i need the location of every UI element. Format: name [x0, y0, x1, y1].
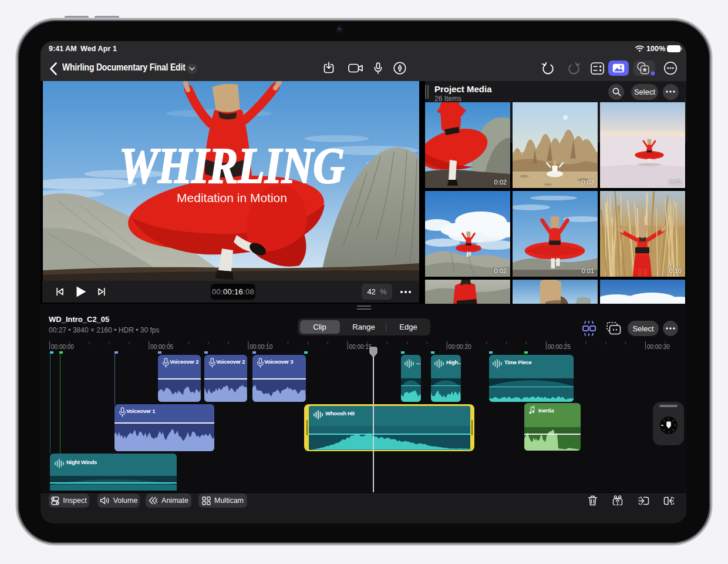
- svg-text:Meditation in Motion: Meditation in Motion: [177, 191, 287, 204]
- svg-text:WHIRLING: WHIRLING: [119, 137, 345, 194]
